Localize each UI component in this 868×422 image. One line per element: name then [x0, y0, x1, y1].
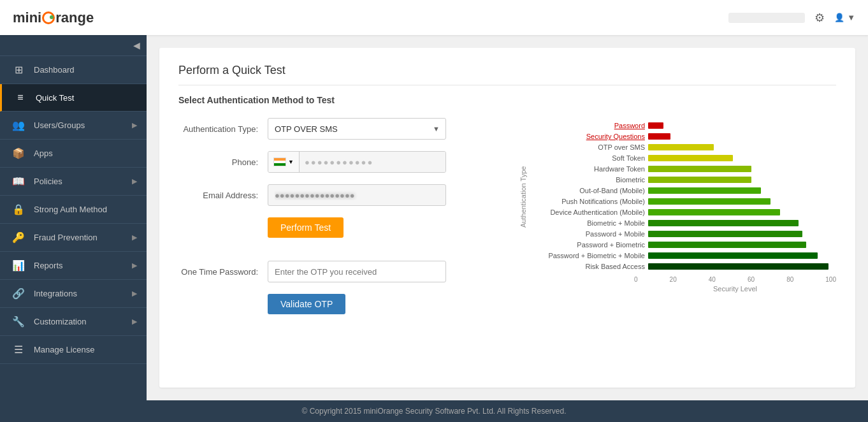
perform-test-row: Perform Test: [178, 217, 497, 249]
dashboard-icon: ⊞: [10, 64, 27, 76]
chart-inner: Authentication Type PasswordSecurity Que…: [516, 121, 836, 273]
chevron-right-icon: ▶: [132, 261, 137, 270]
sidebar-collapse-button[interactable]: ◀: [133, 40, 140, 50]
chart-bar: [648, 166, 751, 172]
customization-icon: 🔧: [10, 316, 27, 328]
chart-row-label: Security Questions: [530, 133, 648, 140]
chart-bar-area: [648, 132, 836, 141]
chart-row-label: Biometric: [530, 176, 648, 184]
chart-row: Out-of-Band (Mobile): [530, 186, 836, 195]
strong-auth-icon: 🔒: [10, 203, 27, 215]
page-title: Perform a Quick Test: [178, 64, 836, 85]
chart-bar: [648, 177, 751, 183]
chart-row: Password + Mobile: [530, 229, 836, 238]
flag-dropdown-arrow: ▼: [288, 159, 294, 165]
chevron-right-icon: ▶: [132, 233, 137, 242]
license-icon: ☰: [10, 344, 27, 356]
chart-bar-area: [648, 197, 836, 206]
chart-row: Password + Biometric + Mobile: [530, 251, 836, 260]
chart-bar-area: [648, 229, 836, 238]
chart-bar-area: [648, 262, 836, 271]
sidebar-item-fraud-prevention[interactable]: 🔑 Fraud Prevention ▶: [0, 224, 147, 252]
chart-bar: [648, 187, 761, 194]
chart-row-label: Soft Token: [530, 154, 648, 162]
chart-x-axis-label: Security Level: [516, 285, 836, 293]
chart-bar-area: [648, 219, 836, 228]
sidebar-item-reports[interactable]: 📊 Reports ▶: [0, 252, 147, 280]
sidebar-item-strong-auth[interactable]: 🔒 Strong Auth Method: [0, 196, 147, 224]
sidebar-item-label: Integrations: [34, 289, 132, 298]
chart-row-label: Biometric + Mobile: [530, 219, 648, 227]
sidebar-item-dashboard[interactable]: ⊞ Dashboard: [0, 56, 147, 84]
sidebar-item-policies[interactable]: 📖 Policies ▶: [0, 168, 147, 196]
chart-x-axis: 0 20 40 60 80 100: [516, 276, 836, 283]
chart-row-label: Password + Biometric: [530, 241, 648, 249]
sidebar-item-label: Users/Groups: [34, 120, 132, 130]
chevron-right-icon: ▶: [132, 121, 137, 129]
chart-row: Push Notifications (Mobile): [530, 197, 836, 206]
chart-bar: [648, 242, 806, 248]
chart-row: Biometric + Mobile: [530, 219, 836, 228]
chart-row: Soft Token: [530, 154, 836, 163]
logo-icon: [42, 11, 55, 24]
policies-icon: 📖: [10, 175, 27, 187]
chart-row-label: Risk Based Access: [530, 263, 648, 270]
gear-icon[interactable]: ⚙: [814, 11, 825, 25]
apps-icon: 📦: [10, 147, 27, 159]
phone-input[interactable]: [300, 152, 445, 172]
sidebar-collapse-area: ◀: [0, 35, 147, 56]
chart-row: Password + Biometric: [530, 240, 836, 249]
logo-text-range: range: [55, 10, 94, 26]
chart-row: Device Authentication (Mobile): [530, 208, 836, 217]
chart-row-label: Push Notifications (Mobile): [530, 198, 648, 205]
chart-bar-area: [648, 121, 836, 130]
chart-label-link[interactable]: Security Questions: [586, 133, 645, 140]
otp-row: One Time Password:: [178, 261, 497, 282]
sidebar-item-quick-test[interactable]: ≡ Quick Test: [0, 84, 147, 112]
fraud-icon: 🔑: [10, 231, 27, 244]
validate-otp-button[interactable]: Validate OTP: [268, 294, 345, 314]
chart-bar: [648, 263, 828, 270]
reports-icon: 📊: [10, 259, 27, 272]
main-layout: ◀ ⊞ Dashboard ≡ Quick Test 👥 Users/Group…: [0, 35, 868, 400]
chart-row: Password: [530, 121, 836, 130]
integrations-icon: 🔗: [10, 287, 27, 300]
users-icon: 👥: [10, 119, 27, 131]
chart-row: OTP over SMS: [530, 143, 836, 152]
sidebar-item-label: Quick Test: [36, 93, 137, 103]
user-menu[interactable]: 👤 ▼: [834, 13, 855, 22]
sidebar-item-label: Reports: [34, 261, 132, 270]
chart-row-label: OTP over SMS: [530, 143, 648, 151]
email-input[interactable]: [268, 184, 446, 206]
email-row: Email Address:: [178, 184, 497, 206]
sidebar-item-label: Policies: [34, 177, 132, 186]
logo-text-mini: mini: [13, 10, 41, 26]
perform-test-button[interactable]: Perform Test: [268, 217, 344, 238]
auth-type-select[interactable]: OTP OVER SMS Password Soft Token Hardwar…: [268, 118, 446, 140]
sidebar-item-label: Dashboard: [34, 65, 137, 75]
chart-bar: [648, 155, 733, 161]
chart-bar-area: [648, 143, 836, 152]
chart-row-label: Hardware Token: [530, 165, 648, 173]
otp-input[interactable]: [268, 261, 446, 282]
phone-label: Phone:: [178, 157, 268, 167]
header-right: ⚙ 👤 ▼: [728, 11, 855, 25]
chart-bar-area: [648, 175, 836, 184]
sidebar-item-apps[interactable]: 📦 Apps: [0, 140, 147, 168]
sidebar-item-customization[interactable]: 🔧 Customization ▶: [0, 308, 147, 336]
chart-bar: [648, 220, 799, 226]
sidebar-item-label: Customization: [34, 317, 132, 326]
top-header: minirange ⚙ 👤 ▼: [0, 0, 868, 35]
chevron-right-icon: ▶: [132, 177, 137, 186]
chart-section: Authentication Type PasswordSecurity Que…: [516, 118, 836, 314]
sidebar-item-integrations[interactable]: 🔗 Integrations ▶: [0, 280, 147, 308]
chart-label-underline[interactable]: Password: [614, 122, 645, 129]
chart-bar: [648, 252, 818, 259]
content-card: Perform a Quick Test Select Authenticati…: [159, 48, 855, 388]
phone-flag-selector[interactable]: ▼: [268, 152, 300, 172]
footer: © Copyright 2015 miniOrange Security Sof…: [0, 400, 868, 422]
sidebar-item-manage-license[interactable]: ☰ Manage License: [0, 336, 147, 364]
sidebar-item-users-groups[interactable]: 👥 Users/Groups ▶: [0, 112, 147, 140]
phone-row: Phone: ▼: [178, 151, 497, 173]
chevron-right-icon: ▶: [132, 289, 137, 298]
